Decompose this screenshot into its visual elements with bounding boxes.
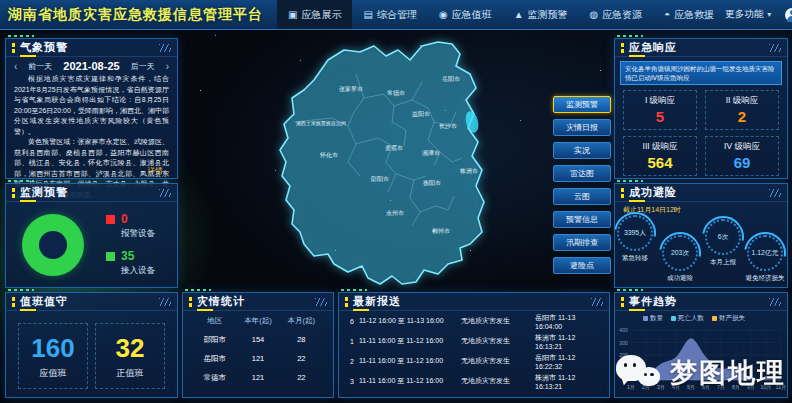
map-layer-button[interactable]: 雷达图: [553, 165, 611, 182]
map-layer-button[interactable]: 云图: [553, 188, 611, 205]
table-row[interactable]: 岳阳市 121 22: [193, 354, 323, 364]
report-source-time: 岳阳市 11-12 16:22:32: [535, 353, 603, 370]
map-city-label[interactable]: 怀化市: [319, 151, 338, 159]
latest-reports-panel: 最新报送 6 11-12 16:00 至 11-13 16:00 无地质灾害发生…: [338, 292, 610, 398]
reports-list: 6 11-12 16:00 至 11-13 16:00 无地质灾害发生 岳阳市 …: [339, 311, 609, 391]
nav-item-icon: ▣: [288, 9, 297, 20]
user-menu[interactable]: 管理员 ▾: [785, 8, 792, 22]
response-notice[interactable]: 安化县羊角塘镇周沙园村的山塘一组发生地质灾害险情已启动Ⅳ级应急响应: [620, 61, 782, 85]
map-city-label[interactable]: 常德市: [387, 89, 405, 97]
hunan-province-map[interactable]: 张家界市常德市岳阳市湘西土家族苗族自治州益阳市长沙市怀化市娄底市湘潭市株洲市邵阳…: [236, 34, 548, 290]
date-navigator: ‹ 前一天 2021-08-25 后一天 ›: [6, 57, 177, 73]
map-city-label[interactable]: 娄底市: [385, 144, 403, 151]
map-layer-button[interactable]: 预警信息: [553, 211, 611, 228]
map-layer-button[interactable]: 监测预警: [553, 96, 611, 113]
panel-header: 监测预警: [6, 184, 177, 202]
more-functions-menu[interactable]: 更多功能 ▾: [725, 8, 771, 21]
nav-item-icon: ◓: [664, 9, 670, 20]
table-row[interactable]: 常德市 121 22: [193, 373, 323, 383]
map-layer-button[interactable]: 灾情日报: [553, 119, 611, 136]
panel-header: 最新报送: [339, 293, 609, 311]
prev-day-button[interactable]: 前一天: [28, 61, 52, 72]
panel-title: 最新报送: [353, 294, 401, 309]
response-level-box: IV 级响应 69: [705, 136, 779, 176]
next-arrow-icon[interactable]: ›: [166, 61, 169, 72]
more-functions-label: 更多功能: [725, 8, 763, 21]
report-source-time: 岳阳市 11-13 16:04:00: [535, 313, 603, 330]
report-row[interactable]: 2 11-11 16:00 至 11-12 16:00 无地质灾害发生 岳阳市 …: [339, 351, 609, 371]
current-date: 2021-08-25: [63, 60, 119, 72]
main-nav: ▣ 应急展示 ▤ 综合管理 ◉ 应急值班 ▲ 监测预警 ◍ 应急资源: [277, 0, 725, 29]
map-city-label[interactable]: 衡阳市: [423, 179, 441, 187]
column-header: 地区: [193, 316, 236, 326]
legend-text: 财产损失: [719, 314, 745, 323]
table-row[interactable]: 邵阳市 154 28: [193, 335, 323, 345]
cell-year-count: 121: [236, 354, 279, 364]
nav-item[interactable]: ◉ 应急值班: [428, 0, 503, 29]
cell-year-count: 121: [236, 373, 279, 383]
legend-label: 接入设备: [106, 265, 155, 277]
svg-text:300: 300: [619, 340, 628, 346]
gauge-label: 成功避险: [660, 274, 700, 283]
map-city-label[interactable]: 永州市: [386, 209, 404, 216]
report-row[interactable]: 6 11-12 16:00 至 11-13 16:00 无地质灾害发生 岳阳市 …: [339, 311, 609, 331]
map-city-label[interactable]: 长沙市: [439, 122, 457, 129]
gauge: 203次 成功避险: [660, 235, 700, 283]
panel-header: 成功避险: [615, 184, 787, 202]
nav-item[interactable]: ◓ 应急救援: [653, 0, 725, 29]
title-accent: [12, 188, 15, 198]
corner-lines-icon: [159, 189, 171, 197]
panel-header: 气象预警: [6, 39, 177, 57]
donut-legend: 0 报警设备 35 接入设备: [106, 212, 155, 277]
duty-label: 应值班: [40, 367, 67, 380]
report-row[interactable]: 3 11-11 16:00 至 11-12 16:00 无地质灾害发生 株洲市 …: [339, 371, 609, 391]
trend-legend-item[interactable]: 死亡人数: [671, 314, 704, 323]
nav-item[interactable]: ▤ 综合管理: [352, 0, 427, 29]
legend-value: 35: [121, 249, 134, 263]
cell-region: 岳阳市: [193, 354, 236, 364]
corner-lines-icon: [769, 189, 781, 197]
map-city-label[interactable]: 益阳市: [412, 110, 430, 118]
map-layer-button[interactable]: 实况: [553, 142, 611, 159]
trend-legend-item[interactable]: 财产损失: [712, 314, 745, 323]
map-city-label[interactable]: 岳阳市: [442, 75, 460, 83]
map-city-label[interactable]: 湘西土家族苗族自治州: [296, 120, 346, 127]
nav-item[interactable]: ▲ 监测预警: [503, 0, 579, 29]
map-layer-button[interactable]: 避险点: [553, 257, 611, 274]
svg-text:400: 400: [619, 327, 628, 333]
map-city-label[interactable]: 郴州市: [432, 227, 450, 234]
disaster-statistics-panel: 灾情统计 地区 本年(起) 本月(起) 邵阳市 154 28 岳阳市 121 2…: [182, 292, 334, 398]
trend-legend: 数量 死亡人数 财产损失: [615, 311, 787, 323]
next-day-button[interactable]: 后一天: [131, 61, 155, 72]
svg-text:3月: 3月: [657, 384, 665, 391]
nav-item-label: 应急展示: [301, 8, 341, 22]
nav-item[interactable]: ▣ 应急展示: [277, 0, 352, 29]
report-seq: 3: [345, 378, 359, 385]
cell-year-count: 154: [236, 335, 279, 345]
gauge-value: 1.12亿元: [752, 248, 779, 258]
gauge-value: 3395人: [624, 228, 646, 238]
title-accent: [621, 188, 624, 198]
duty-stat-box: 160 应值班: [18, 323, 88, 389]
prev-arrow-icon[interactable]: ‹: [14, 61, 17, 72]
gauge-ring-icon: 203次: [662, 235, 698, 271]
map-city-label[interactable]: 邵阳市: [370, 175, 389, 183]
panel-title: 气象预警: [20, 40, 68, 55]
table-header-row: 地区 本年(起) 本月(起): [193, 316, 323, 326]
map-city-label[interactable]: 湘潭市: [422, 149, 440, 157]
trend-area-chart: 01002003004001月2月3月4月5月6月7月8月9月10月11月: [615, 324, 787, 394]
gauge-label: 避免经济损失: [745, 274, 785, 283]
legend-swatch: [106, 252, 115, 261]
header-right: 更多功能 ▾ 管理员 ▾: [725, 8, 792, 22]
statistics-table: 地区 本年(起) 本月(起) 邵阳市 154 28 岳阳市 121 22: [183, 311, 333, 383]
nav-item[interactable]: ◍ 应急资源: [579, 0, 654, 29]
map-city-label[interactable]: 张家界市: [339, 85, 363, 93]
gauge-label: 本月上报: [703, 258, 743, 267]
app-header: 湖南省地质灾害应急救援信息管理平台 ▣ 应急展示 ▤ 综合管理 ◉ 应急值班 ▲…: [0, 0, 792, 30]
map-city-label[interactable]: 株洲市: [459, 167, 478, 174]
details-link[interactable]: 详情...: [148, 166, 169, 176]
map-layer-button[interactable]: 汛期排查: [553, 234, 611, 251]
report-row[interactable]: 1 11-11 16:00 至 11-12 16:00 无地质灾害发生 株洲市 …: [339, 331, 609, 351]
trend-legend-item[interactable]: 数量: [643, 314, 663, 323]
legend-value: 0: [121, 212, 128, 226]
